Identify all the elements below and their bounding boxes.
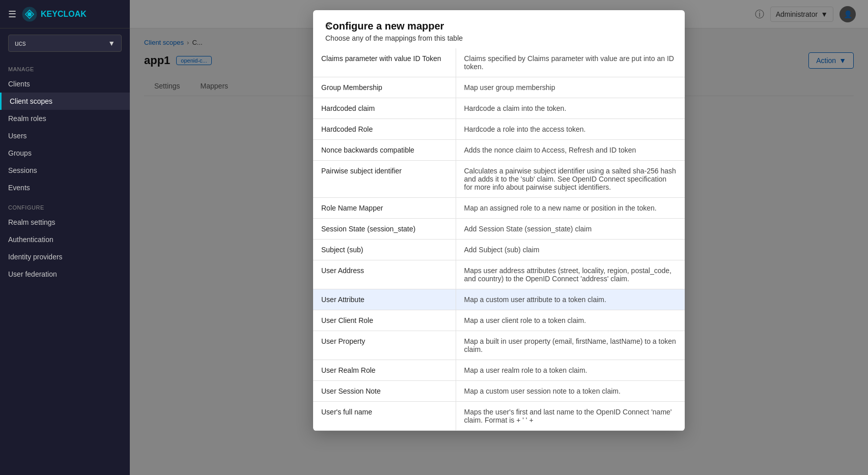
mapper-table-row[interactable]: Group Membership Map user group membersh… xyxy=(313,77,685,98)
mapper-name: Subject (sub) xyxy=(313,240,456,260)
mapper-name: User Session Note xyxy=(313,381,456,402)
mapper-name: Hardcoded Role xyxy=(313,119,456,140)
mapper-description: Calculates a pairwise subject identifier… xyxy=(456,161,685,198)
modal-subtitle: Choose any of the mappings from this tab… xyxy=(325,34,463,42)
sidebar-item-client-scopes[interactable]: Client scopes xyxy=(0,93,130,110)
mapper-description: Map user group membership xyxy=(456,77,685,98)
mapper-name: Hardcoded claim xyxy=(313,98,456,119)
modal-title: Configure a new mapper xyxy=(325,20,463,32)
hamburger-icon[interactable]: ☰ xyxy=(8,9,16,20)
svg-point-1 xyxy=(27,12,32,16)
configure-mapper-modal: Configure a new mapper Choose any of the… xyxy=(313,10,685,431)
mapper-description: Map a custom user attribute to a token c… xyxy=(456,289,685,310)
mapper-table-row[interactable]: User Session Note Map a custom user sess… xyxy=(313,381,685,402)
mapper-description: Maps user address attributes (street, lo… xyxy=(456,260,685,289)
mapper-name: Group Membership xyxy=(313,77,456,98)
modal-close-button[interactable]: × xyxy=(325,20,331,31)
sidebar-item-sessions[interactable]: Sessions xyxy=(0,162,130,179)
mapper-description: Hardcode a role into the access token. xyxy=(456,119,685,140)
logo-text: KEYCLOAK xyxy=(41,10,87,19)
configure-section-label: Configure xyxy=(0,196,130,214)
logo: KEYCLOAK xyxy=(21,6,87,22)
mapper-name: User Realm Role xyxy=(313,360,456,381)
sidebar-item-clients[interactable]: Clients xyxy=(0,75,130,93)
mapper-table-row[interactable]: User Realm Role Map a user realm role to… xyxy=(313,360,685,381)
mapper-table-row[interactable]: User Address Maps user address attribute… xyxy=(313,260,685,289)
sidebar-item-events[interactable]: Events xyxy=(0,179,130,196)
mapper-table-row[interactable]: Hardcoded Role Hardcode a role into the … xyxy=(313,119,685,140)
mapper-description: Map an assigned role to a new name or po… xyxy=(456,198,685,219)
mapper-name: Claims parameter with value ID Token xyxy=(313,48,456,77)
manage-section-label: Manage xyxy=(0,58,130,75)
realm-selector[interactable]: ucs ▼ xyxy=(8,35,122,52)
mapper-name: User Address xyxy=(313,260,456,289)
mapper-table-row[interactable]: Session State (session_state) Add Sessio… xyxy=(313,219,685,240)
mapper-name: User Property xyxy=(313,331,456,360)
mapper-description: Map a user client role to a token claim. xyxy=(456,310,685,331)
mapper-table-row[interactable]: User Attribute Map a custom user attribu… xyxy=(313,289,685,310)
mapper-description: Map a built in user property (email, fir… xyxy=(456,331,685,360)
mapper-table-row[interactable]: Subject (sub) Add Subject (sub) claim xyxy=(313,240,685,260)
mapper-table: Claims parameter with value ID Token Cla… xyxy=(313,48,685,431)
mapper-table-row[interactable]: Pairwise subject identifier Calculates a… xyxy=(313,161,685,198)
mapper-description: Claims specified by Claims parameter wit… xyxy=(456,48,685,77)
sidebar-item-users[interactable]: Users xyxy=(0,127,130,144)
mapper-description: Adds the nonce claim to Access, Refresh … xyxy=(456,140,685,161)
sidebar-item-authentication[interactable]: Authentication xyxy=(0,231,130,248)
mapper-name: Session State (session_state) xyxy=(313,219,456,240)
mapper-name: User Client Role xyxy=(313,310,456,331)
mapper-name: User's full name xyxy=(313,402,456,431)
mapper-table-row[interactable]: Role Name Mapper Map an assigned role to… xyxy=(313,198,685,219)
mapper-table-row[interactable]: Hardcoded claim Hardcode a claim into th… xyxy=(313,98,685,119)
sidebar-header: ☰ KEYCLOAK xyxy=(0,0,130,28)
mapper-name: Role Name Mapper xyxy=(313,198,456,219)
mapper-name: Pairwise subject identifier xyxy=(313,161,456,198)
modal-overlay: Configure a new mapper Choose any of the… xyxy=(130,0,868,475)
realm-name: ucs xyxy=(15,39,26,47)
mapper-table-row[interactable]: User's full name Maps the user's first a… xyxy=(313,402,685,431)
mapper-name: User Attribute xyxy=(313,289,456,310)
mapper-table-row[interactable]: Nonce backwards compatible Adds the nonc… xyxy=(313,140,685,161)
mapper-name: Nonce backwards compatible xyxy=(313,140,456,161)
sidebar-item-realm-roles[interactable]: Realm roles xyxy=(0,110,130,127)
sidebar-item-realm-settings[interactable]: Realm settings xyxy=(0,214,130,231)
modal-header: Configure a new mapper Choose any of the… xyxy=(313,10,685,48)
mapper-table-row[interactable]: User Property Map a built in user proper… xyxy=(313,331,685,360)
sidebar-item-user-federation[interactable]: User federation xyxy=(0,265,130,283)
mapper-description: Map a custom user session note to a toke… xyxy=(456,381,685,402)
mapper-description: Add Session State (session_state) claim xyxy=(456,219,685,240)
realm-dropdown-icon: ▼ xyxy=(108,39,115,47)
mapper-description: Map a user realm role to a token claim. xyxy=(456,360,685,381)
sidebar-item-identity-providers[interactable]: Identity providers xyxy=(0,248,130,265)
modal-body: Claims parameter with value ID Token Cla… xyxy=(313,48,685,431)
mapper-table-row[interactable]: Claims parameter with value ID Token Cla… xyxy=(313,48,685,77)
sidebar: ☰ KEYCLOAK ucs ▼ Manage Clients Client s… xyxy=(0,0,130,475)
mapper-description: Add Subject (sub) claim xyxy=(456,240,685,260)
modal-header-row: Configure a new mapper Choose any of the… xyxy=(325,20,673,42)
mapper-description: Hardcode a claim into the token. xyxy=(456,98,685,119)
mapper-description: Maps the user's first and last name to t… xyxy=(456,402,685,431)
keycloak-logo-icon xyxy=(21,6,38,22)
main-content: ⓘ Administrator ▼ 👤 Client scopes › C...… xyxy=(130,0,868,475)
sidebar-item-groups[interactable]: Groups xyxy=(0,144,130,162)
mapper-table-row[interactable]: User Client Role Map a user client role … xyxy=(313,310,685,331)
